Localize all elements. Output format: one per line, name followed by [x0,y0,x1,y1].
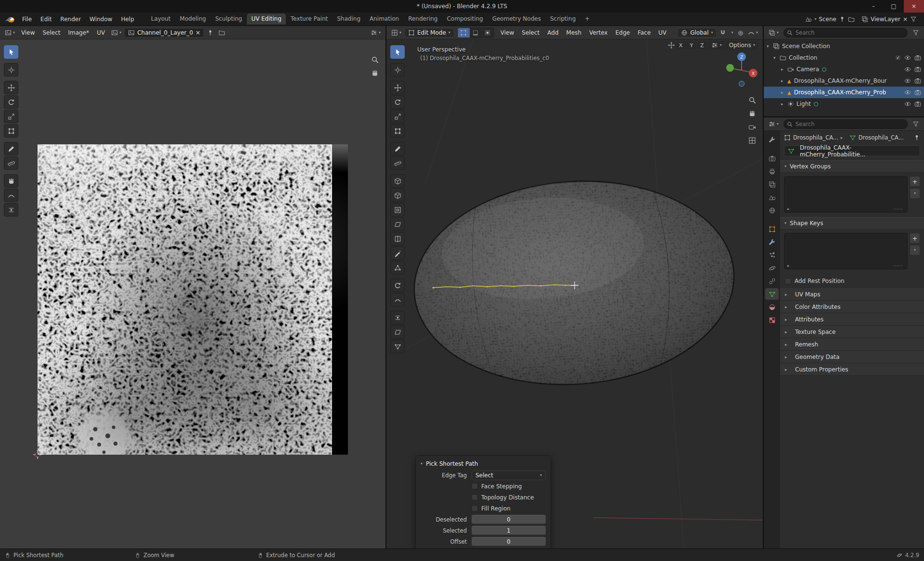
render-visibility-icon[interactable] [914,54,921,61]
tool-smooth[interactable] [390,293,405,306]
image-browse-dropdown[interactable]: ▾ [109,28,123,37]
add-rest-position-checkbox[interactable] [785,278,791,284]
section-remesh[interactable]: ▸ Remesh [780,338,924,351]
tool-edge-slide[interactable] [390,311,405,324]
section-texture-space[interactable]: ▸ Texture Space [780,326,924,338]
tab-view-layer[interactable] [765,178,779,190]
workspace-tab-texture-paint[interactable]: Texture Paint [286,13,332,25]
uv-menu-select[interactable]: Select [39,28,64,38]
section-uv-maps[interactable]: ▸ UV Maps [780,288,924,301]
section-attributes[interactable]: ▸ Attributes [780,313,924,326]
pin-icon[interactable] [839,16,846,23]
workspace-tab-uv-editing[interactable]: UV Editing [247,13,286,25]
render-visibility-icon[interactable] [914,89,921,96]
tool-pinch[interactable] [4,203,18,217]
vertex-group-specials-button[interactable]: ▾ [910,188,920,199]
proportional-falloff-dropdown[interactable]: ▾ [746,28,760,37]
image-datablock-field[interactable]: Channel_0_Layer_0 × [124,28,204,38]
panel-header[interactable]: ▾ Pick Shortest Path [421,458,546,470]
maximize-button[interactable]: □ [884,0,904,13]
chevron-right-icon[interactable]: ▸ [781,102,787,106]
face-stepping-checkbox[interactable] [472,483,478,489]
tab-world[interactable] [765,204,779,216]
outliner-editor-type-dropdown[interactable]: ▾ [767,28,781,37]
resize-grip-icon[interactable]: ┈┈┈ [893,263,903,268]
tool-knife[interactable] [390,246,405,260]
vp-menu-view[interactable]: View [497,28,517,38]
vertex-select-button[interactable] [458,28,470,38]
viewport-canvas[interactable]: User Perspective (1) Drosophila_CAAX-mCh… [386,39,763,548]
tool-bevel[interactable] [390,217,405,231]
vp-menu-face[interactable]: Face [634,28,654,38]
tool-cursor[interactable] [390,63,405,76]
vp-menu-edge[interactable]: Edge [612,28,633,38]
uv-editor-type-dropdown[interactable]: ▾ [3,28,17,37]
tool-scale[interactable] [390,110,405,123]
outliner-row-camera[interactable]: ▸ Camera [764,64,924,75]
tool-grab[interactable] [4,174,18,188]
outliner-filter-button[interactable] [911,28,921,37]
mesh-datablock-field[interactable]: Drosophila_CAAX-mCherry_Probabilitie... [784,145,920,156]
outliner-row-drosophila-prob[interactable]: ▸ ▲ Drosophila_CAAX-mCherry_Prob [764,87,924,98]
hide-eye-icon[interactable] [904,54,911,61]
vertex-groups-list[interactable]: ▸ ┈┈┈ [784,176,908,213]
menu-help[interactable]: Help [117,14,138,24]
pin-image-button[interactable] [205,28,216,37]
add-workspace-button[interactable]: + [580,13,594,25]
tool-add-cube[interactable] [390,174,405,188]
tab-constraints[interactable] [765,275,779,287]
chevron-right-icon[interactable]: ▸ [781,67,787,72]
viewlayer-selector[interactable]: ViewLayer × [859,15,919,24]
collection-checkbox[interactable]: ✓ [895,55,901,61]
tool-extras-dropdown[interactable]: ▾ [708,41,725,50]
pin-icon[interactable] [913,134,920,141]
section-shape-keys[interactable]: ▾ Shape Keys [780,217,924,230]
uv-menu-view[interactable]: View [18,28,38,38]
hide-eye-icon[interactable] [904,89,911,96]
tool-move[interactable] [4,81,18,94]
mirror-z-toggle[interactable]: Z [697,42,707,49]
tool-rotate[interactable] [390,95,405,109]
tab-render[interactable] [765,153,779,164]
vp-menu-mesh[interactable]: Mesh [563,28,585,38]
deselected-field[interactable]: 0 [472,515,546,524]
tool-tweak[interactable] [4,45,18,59]
render-visibility-icon[interactable] [914,66,921,73]
viewlayer-filter-icon[interactable] [910,16,917,23]
workspace-tab-sculpting[interactable]: Sculpting [211,13,246,25]
vp-menu-uv[interactable]: UV [655,28,670,38]
breadcrumb-data[interactable]: Drosophila_CA... [859,134,904,141]
shape-key-specials-button[interactable]: ▾ [910,245,920,255]
tool-move[interactable] [390,81,405,94]
tool-poly-build[interactable] [390,261,405,274]
tab-tool[interactable] [765,134,779,145]
tab-object-data[interactable] [765,288,779,300]
chevron-down-icon[interactable]: ▾ [767,44,773,49]
add-shape-key-button[interactable]: + [910,233,920,243]
properties-search-input[interactable] [783,119,908,129]
workspace-tab-compositing[interactable]: Compositing [442,13,487,25]
tool-relax[interactable] [4,189,18,202]
tab-object[interactable] [765,223,779,235]
pan-hand-icon[interactable] [748,110,756,117]
section-custom-properties[interactable]: ▸ Custom Properties [780,363,924,376]
scene-selector[interactable]: ▾ Scene [803,15,857,24]
hide-eye-icon[interactable] [904,77,911,84]
chevron-down-icon[interactable]: ▾ [773,55,780,60]
breadcrumb-object[interactable]: Drosophila_CA... [793,134,838,141]
mirror-y-toggle[interactable]: Y [687,42,696,49]
menu-file[interactable]: File [18,14,36,24]
fill-region-checkbox[interactable] [472,505,478,511]
tool-annotate[interactable] [390,142,405,155]
selected-field[interactable]: 1 [472,526,546,535]
remove-viewlayer-icon[interactable]: × [903,16,908,23]
outliner-row-scene-collection[interactable]: ▾ Scene Collection [764,40,924,52]
tool-measure[interactable] [4,156,18,170]
tool-rip-region[interactable] [390,340,405,353]
edge-tag-dropdown[interactable]: Select ▾ [472,471,546,480]
workspace-tab-shading[interactable]: Shading [333,13,365,25]
mirror-x-toggle[interactable]: X [676,42,686,49]
snap-toggle-button[interactable] [718,28,728,37]
proportional-editing-button[interactable]: ◎ [736,28,745,37]
topology-distance-checkbox[interactable] [472,494,478,500]
